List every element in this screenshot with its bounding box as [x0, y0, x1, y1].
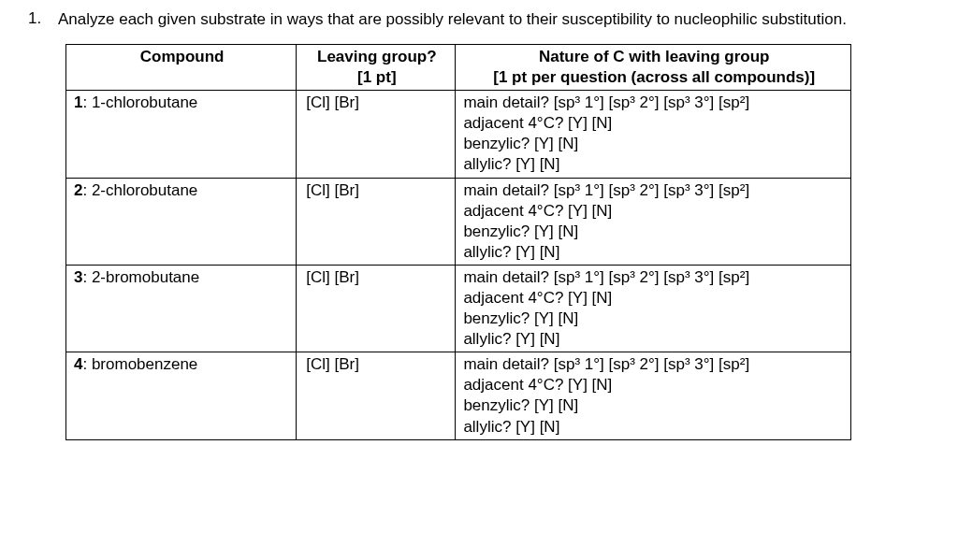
leaving-group-cell[interactable]: [Cl] [Br] [297, 91, 456, 178]
header-nature-line2: [1 pt per question (across all compounds… [493, 68, 815, 86]
benzylic-option[interactable]: benzylic? [Y] [N] [463, 135, 578, 152]
table-row: 3: 2-bromobutane [Cl] [Br] main detail? … [66, 265, 851, 352]
nature-cell[interactable]: main detail? [sp³ 1°] [sp³ 2°] [sp³ 3°] … [456, 91, 851, 178]
row-name: : bromobenzene [82, 355, 197, 373]
row-name: : 2-bromobutane [82, 268, 199, 286]
compound-cell: 2: 2-chlorobutane [66, 178, 297, 265]
compound-cell: 3: 2-bromobutane [66, 265, 297, 352]
main-detail-option[interactable]: main detail? [sp³ 1°] [sp³ 2°] [sp³ 3°] … [463, 181, 749, 199]
header-compound: Compound [66, 44, 297, 90]
nature-cell[interactable]: main detail? [sp³ 1°] [sp³ 2°] [sp³ 3°] … [456, 178, 851, 265]
header-nature: Nature of C with leaving group [1 pt per… [456, 44, 851, 90]
allylic-option[interactable]: allylic? [Y] [N] [463, 418, 559, 436]
adjacent-option[interactable]: adjacent 4°C? [Y] [N] [463, 289, 612, 307]
header-nature-line1: Nature of C with leaving group [539, 48, 770, 65]
table-row: 1: 1-chlorobutane [Cl] [Br] main detail?… [66, 91, 851, 178]
main-detail-option[interactable]: main detail? [sp³ 1°] [sp³ 2°] [sp³ 3°] … [463, 355, 749, 373]
adjacent-option[interactable]: adjacent 4°C? [Y] [N] [463, 376, 612, 394]
header-leaving-group: Leaving group? [1 pt] [297, 44, 456, 90]
page: 1. Analyze each given substrate in ways … [0, 0, 958, 459]
analysis-table: Compound Leaving group? [1 pt] Nature of… [65, 44, 851, 440]
allylic-option[interactable]: allylic? [Y] [N] [463, 155, 559, 173]
row-name: : 2-chlorobutane [82, 181, 197, 199]
allylic-option[interactable]: allylic? [Y] [N] [463, 243, 559, 261]
allylic-option[interactable]: allylic? [Y] [N] [463, 330, 559, 348]
leaving-group-cell[interactable]: [Cl] [Br] [297, 178, 456, 265]
table-row: 4: bromobenzene [Cl] [Br] main detail? [… [66, 352, 851, 439]
table-header-row: Compound Leaving group? [1 pt] Nature of… [66, 44, 851, 90]
header-compound-text: Compound [140, 48, 225, 65]
benzylic-option[interactable]: benzylic? [Y] [N] [463, 223, 578, 240]
nature-cell[interactable]: main detail? [sp³ 1°] [sp³ 2°] [sp³ 3°] … [456, 352, 851, 439]
header-leaving-line2: [1 pt] [357, 68, 397, 86]
adjacent-option[interactable]: adjacent 4°C? [Y] [N] [463, 114, 612, 132]
leaving-group-cell[interactable]: [Cl] [Br] [297, 265, 456, 352]
adjacent-option[interactable]: adjacent 4°C? [Y] [N] [463, 202, 612, 220]
main-detail-option[interactable]: main detail? [sp³ 1°] [sp³ 2°] [sp³ 3°] … [463, 268, 749, 286]
question-text: Analyze each given substrate in ways tha… [58, 9, 847, 31]
table-row: 2: 2-chlorobutane [Cl] [Br] main detail?… [66, 178, 851, 265]
main-detail-option[interactable]: main detail? [sp³ 1°] [sp³ 2°] [sp³ 3°] … [463, 93, 749, 111]
header-leaving-line1: Leaving group? [317, 48, 437, 65]
question-block: 1. Analyze each given substrate in ways … [28, 9, 930, 31]
benzylic-option[interactable]: benzylic? [Y] [N] [463, 309, 578, 327]
row-name: : 1-chlorobutane [82, 93, 197, 111]
nature-cell[interactable]: main detail? [sp³ 1°] [sp³ 2°] [sp³ 3°] … [456, 265, 851, 352]
compound-cell: 1: 1-chlorobutane [66, 91, 297, 178]
question-number: 1. [28, 9, 45, 28]
leaving-group-cell[interactable]: [Cl] [Br] [297, 352, 456, 439]
compound-cell: 4: bromobenzene [66, 352, 297, 439]
benzylic-option[interactable]: benzylic? [Y] [N] [463, 396, 578, 414]
